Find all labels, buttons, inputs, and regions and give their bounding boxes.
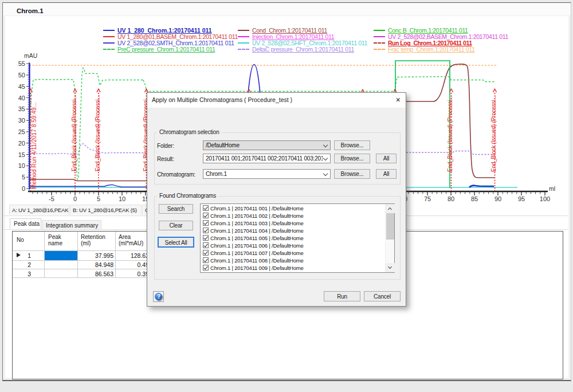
svg-text:80: 80 — [448, 195, 454, 202]
svg-text:10: 10 — [119, 195, 125, 202]
svg-text:mAU: mAU — [24, 52, 37, 59]
svg-text:85: 85 — [471, 195, 478, 202]
svg-text:15: 15 — [18, 151, 25, 158]
svg-text:75: 75 — [424, 195, 431, 202]
svg-text:0: 0 — [73, 195, 77, 202]
svg-text:30: 30 — [18, 117, 25, 124]
svg-text:5: 5 — [97, 195, 100, 202]
svg-text:95: 95 — [518, 195, 525, 202]
svg-text:0: 0 — [22, 185, 25, 192]
svg-text:10: 10 — [18, 162, 25, 169]
svg-text:25: 25 — [18, 128, 25, 135]
svg-text:45: 45 — [18, 83, 25, 90]
svg-text:20: 20 — [18, 140, 25, 147]
svg-text:35: 35 — [18, 105, 25, 112]
svg-text:50: 50 — [18, 72, 25, 79]
svg-text:-5: -5 — [49, 195, 54, 202]
svg-text:55: 55 — [18, 60, 25, 67]
svg-text:5: 5 — [22, 174, 25, 181]
svg-text:100: 100 — [540, 195, 550, 202]
svg-text:40: 40 — [18, 95, 25, 101]
svg-text:ml: ml — [549, 185, 555, 192]
svg-text:90: 90 — [494, 195, 501, 202]
